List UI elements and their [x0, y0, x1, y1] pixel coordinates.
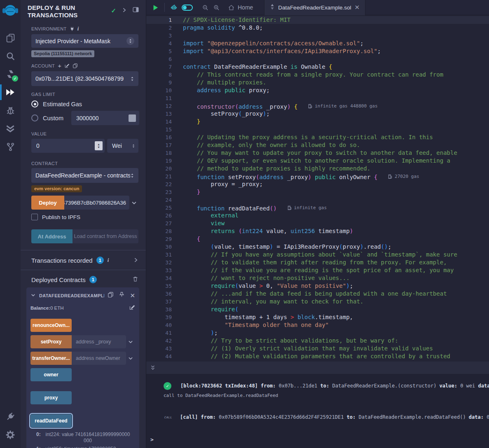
remix-logo-icon[interactable] [0, 0, 21, 23]
environment-select-caret[interactable] [126, 37, 134, 45]
git-icon[interactable] [0, 138, 21, 156]
publish-ipfs-row[interactable]: Publish to IPFS [31, 214, 139, 220]
pin-contract-icon[interactable] [119, 292, 125, 299]
pin-panel-icon[interactable] [132, 6, 139, 15]
tx-info-icon[interactable]: i [108, 257, 109, 264]
solidity-compiler-icon[interactable]: ✓ [0, 65, 21, 83]
copy-account-icon[interactable] [73, 63, 78, 68]
code-line-20: 20 // method to update proxies is highly… [146, 165, 489, 173]
panel-check-icon: ✓ [111, 7, 116, 14]
edit-account-icon[interactable] [64, 63, 70, 68]
plug-icon[interactable] [70, 26, 75, 31]
terminal-prompt[interactable]: > [150, 436, 154, 443]
radio-estimated[interactable] [31, 100, 38, 107]
code-line-32: 32 // to validate them right after readi… [146, 259, 489, 266]
tx-summary-text: [block:7023662 txIndex:48] from: 0x07b..… [180, 382, 489, 390]
code-line-23: 23 } [146, 188, 489, 196]
code-line-24: 24 [146, 196, 489, 204]
deploy-run-icon[interactable] [0, 83, 21, 101]
evm-version-badge: evm version: cancun [31, 185, 82, 192]
file-explorer-icon[interactable] [0, 29, 21, 47]
account-select[interactable]: 0x07b...21DE1 (82.304504768799 [31, 71, 138, 86]
code-line-5: 5import "@api3/contracts/interfaces/IApi… [146, 47, 489, 55]
gas-custom-input[interactable]: 3000000 [71, 111, 139, 125]
tx-expand-chevron[interactable] [133, 257, 138, 264]
contract-select[interactable]: DataFeedReaderExample - contracts [31, 168, 138, 183]
environment-select[interactable]: Injected Provider - MetaMask [31, 34, 138, 48]
add-account-icon[interactable]: + [58, 62, 61, 69]
code-line-28: 28 returns (int224 value, uint256 timest… [146, 227, 489, 235]
zoom-out-icon[interactable] [202, 4, 209, 11]
static-analysis-icon[interactable] [0, 119, 21, 138]
close-contract-icon[interactable]: ✕ [130, 292, 135, 299]
panel-forward-icon[interactable] [122, 7, 127, 14]
output-row-0: 0: int224: value 74161641819999990000000 [36, 432, 135, 444]
ai-assistant-icon[interactable] [170, 4, 178, 11]
tx-sub-text: call to DataFeedReaderExample.readDataFe… [164, 393, 489, 398]
deploy-arg-input[interactable]: 0947396B7cBb07986826A36 [64, 196, 129, 210]
code-line-14: 14 } [146, 118, 489, 126]
set-proxy-expand-chevron[interactable] [126, 335, 135, 348]
debugger-icon[interactable] [0, 101, 21, 119]
tab-datafeedreaderexample[interactable]: DataFeedReaderExample.sol ✕ [264, 0, 365, 15]
code-line-15: 15 [146, 126, 489, 133]
value-stepper[interactable]: ▲▼ [95, 141, 103, 150]
output-value-1: uint256: timestamp 1730892053 [45, 446, 130, 448]
terminal-tx-entry[interactable]: ✓ [block:7023662 txIndex:48] from: 0x07b… [164, 382, 489, 390]
tx-success-icon: ✓ [164, 382, 171, 390]
code-line-30: 30 (value, timestamp) = IApi3ReaderProxy… [146, 243, 489, 251]
copy-address-icon[interactable] [108, 292, 114, 299]
home-tab-label[interactable]: Home [238, 4, 253, 11]
renounce-ownership-button[interactable]: renounceOwn... [30, 319, 72, 332]
environment-info-icon[interactable]: i [77, 26, 79, 32]
run-script-icon[interactable] [152, 4, 159, 11]
set-proxy-button[interactable]: setProxy [30, 335, 72, 348]
value-label: VALUE [31, 131, 139, 136]
code-line-13: 13 setProxy(_proxy); [146, 110, 489, 118]
code-line-18: 18 // You may want to update your proxy … [146, 149, 489, 157]
deployed-contract-name[interactable]: DATAFEEDREADEREXAMPLE A [39, 293, 104, 298]
code-editor[interactable]: 1// SPDX-License-Identifier: MIT2pragma … [146, 15, 489, 362]
transfer-ownership-button[interactable]: transferOwner... [30, 352, 72, 365]
read-data-feed-button[interactable]: readDataFeed [30, 414, 72, 427]
set-proxy-input[interactable]: address _proxy [72, 335, 126, 348]
copilot-toggle[interactable] [182, 5, 193, 11]
gas-estimate-annotation: infinite gas [288, 204, 327, 212]
code-line-17: 17 // example, only the owner is allowed… [146, 141, 489, 149]
code-line-7: 7contract DataFeedReaderExample is Ownab… [146, 63, 489, 71]
at-address-input[interactable]: Load contract from Address [73, 229, 138, 243]
terminal[interactable]: ✓ [block:7023662 txIndex:48] from: 0x07b… [146, 374, 489, 448]
publish-ipfs-checkbox[interactable] [31, 214, 38, 220]
deploy-expand-chevron[interactable] [129, 196, 138, 210]
deploy-button[interactable]: Deploy [31, 196, 64, 210]
card-collapse-chevron[interactable] [30, 292, 36, 299]
gas-estimated-option[interactable]: Estimated Gas [31, 100, 139, 107]
search-icon[interactable] [0, 47, 21, 65]
code-line-2: 2pragma solidity ^0.8.0; [146, 24, 489, 32]
gas-custom-option[interactable]: Custom [31, 114, 71, 121]
value-unit-select[interactable]: Wei [107, 139, 138, 153]
contract-label: CONTRACT [31, 161, 139, 166]
tab-close-icon[interactable]: ✕ [354, 4, 360, 11]
proxy-button[interactable]: proxy [30, 391, 72, 404]
deploy-run-panel: DEPLOY & RUN TRANSACTIONS ✓ ENVIRONMENT … [21, 0, 146, 448]
trash-icon[interactable] [132, 276, 138, 283]
owner-button[interactable]: owner [30, 368, 72, 381]
settings-gear-icon[interactable] [0, 426, 21, 444]
balance-label: Balance: [30, 306, 50, 310]
transfer-ownership-input[interactable]: address newOwner [72, 352, 126, 365]
plugin-manager-icon[interactable] [0, 408, 21, 426]
zoom-in-icon[interactable] [213, 4, 220, 11]
code-line-34: 34 // want to reject non-positive values… [146, 274, 489, 282]
value-input[interactable]: 0 ▲▼ [31, 139, 105, 153]
radio-custom[interactable] [31, 114, 38, 121]
terminal-expand-icon[interactable] [150, 365, 156, 371]
terminal-call-entry[interactable]: CALL [call] from: 0x07b589f06bD0A5324c4E… [164, 414, 489, 421]
tx-count-badge: 1 [96, 257, 104, 264]
transfer-ownership-expand-chevron[interactable] [126, 352, 135, 365]
home-tab-icon[interactable] [228, 4, 235, 11]
code-line-31: 31 // If you have any assumptions about … [146, 251, 489, 259]
edit-balance-icon[interactable] [129, 304, 135, 311]
at-address-button[interactable]: At Address [31, 229, 73, 243]
transactions-recorded-row[interactable]: Transactions recorded 1 i [31, 257, 138, 264]
